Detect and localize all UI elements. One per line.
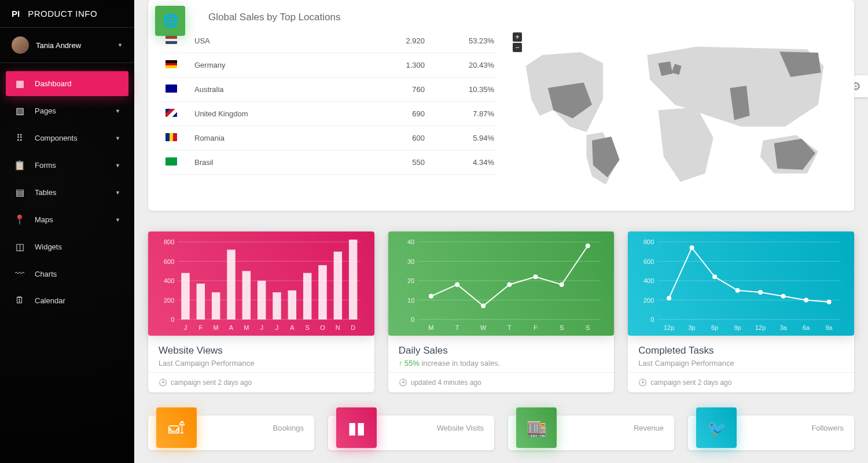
svg-text:600: 600 — [643, 258, 654, 265]
value-cell: 690 — [359, 102, 428, 126]
svg-rect-27 — [258, 281, 266, 319]
svg-point-53 — [481, 304, 486, 308]
zoom-out-button[interactable]: − — [513, 43, 522, 52]
svg-text:200: 200 — [164, 297, 174, 304]
stat-badge: ▮▮ — [336, 407, 377, 448]
chart-subtitle: ↑ 55% increase in today sales. — [399, 359, 604, 368]
stat-card-followers: 🐦 Followers — [688, 416, 854, 450]
table-row: Australia 760 10.35% — [162, 78, 498, 102]
brand-title: PRODUCT INFO — [28, 9, 97, 19]
sidebar-item-label: Forms — [35, 161, 115, 170]
svg-rect-23 — [197, 284, 205, 319]
chart-title: Website Views — [159, 345, 364, 357]
stat-card-website-visits: ▮▮ Website Visits — [328, 416, 494, 450]
couch-icon: 🛋 — [168, 418, 185, 438]
stat-badge: 🐦 — [696, 407, 737, 448]
sidebar-item-maps[interactable]: 📍 Maps ▼ — [6, 207, 128, 232]
brand[interactable]: PI PRODUCT INFO — [0, 0, 134, 28]
svg-text:O: O — [320, 324, 325, 331]
country-cell: United Kingdom — [191, 102, 359, 126]
svg-text:A: A — [290, 324, 295, 331]
table-row: USA 2.920 53.23% — [162, 29, 498, 53]
map-zoom-controls: + − — [513, 32, 522, 53]
avatar — [12, 36, 29, 54]
chart-footer-text: campaign sent 2 days ago — [650, 379, 731, 387]
pct-cell: 20.43% — [428, 53, 498, 78]
sidebar-item-label: Calendar — [35, 296, 120, 305]
svg-text:J: J — [260, 324, 263, 331]
svg-rect-28 — [273, 292, 281, 319]
value-cell: 2.920 — [359, 29, 428, 53]
country-cell: Brasil — [191, 150, 359, 175]
zoom-in-button[interactable]: + — [513, 32, 522, 42]
svg-rect-24 — [212, 292, 220, 319]
svg-text:F: F — [534, 324, 538, 331]
value-cell: 600 — [359, 126, 428, 150]
svg-text:9a: 9a — [826, 324, 833, 331]
table-row: United Kingdom 690 7.87% — [162, 102, 498, 126]
svg-text:12p: 12p — [664, 324, 674, 331]
chart-footer: 🕒 updated 4 minutes ago — [388, 372, 615, 392]
sidebar-item-label: Tables — [35, 188, 115, 197]
svg-text:0: 0 — [411, 316, 414, 323]
sidebar-item-pages[interactable]: ▧ Pages ▼ — [6, 98, 128, 123]
svg-text:400: 400 — [643, 277, 654, 284]
sidebar-item-forms[interactable]: 📋 Forms ▼ — [6, 153, 128, 178]
world-map[interactable]: + − — [509, 29, 840, 197]
svg-rect-33 — [349, 240, 357, 319]
svg-text:N: N — [336, 324, 340, 331]
svg-text:400: 400 — [164, 277, 174, 284]
pct-cell: 10.35% — [428, 78, 498, 102]
svg-text:A: A — [229, 324, 234, 331]
svg-text:M: M — [244, 324, 249, 331]
sidebar-nav: ▦ Dashboard ▧ Pages ▼⠿ Components ▼📋 For… — [0, 63, 134, 321]
sidebar: PI PRODUCT INFO Tania Andrew ▼ ▦ Dashboa… — [0, 0, 134, 463]
svg-point-82 — [804, 298, 808, 303]
widgets-icon: ◫ — [14, 241, 25, 252]
sidebar-item-tables[interactable]: ▤ Tables ▼ — [6, 180, 128, 205]
svg-point-79 — [735, 288, 740, 293]
svg-rect-29 — [288, 291, 296, 319]
chart-footer-text: campaign sent 2 days ago — [171, 379, 252, 387]
sidebar-item-calendar[interactable]: 🗓 Calendar — [6, 288, 128, 313]
user-name: Tania Andrew — [36, 41, 117, 50]
svg-text:600: 600 — [164, 258, 174, 265]
flag-cell — [162, 126, 191, 150]
sidebar-item-components[interactable]: ⠿ Components ▼ — [6, 126, 128, 150]
svg-point-83 — [827, 300, 832, 304]
value-cell: 760 — [359, 78, 428, 102]
bars-icon: ▮▮ — [348, 418, 365, 438]
svg-rect-25 — [227, 249, 235, 319]
flag-cell — [162, 150, 191, 175]
svg-text:10: 10 — [407, 297, 414, 304]
flag-cell — [162, 102, 191, 126]
svg-text:M: M — [428, 324, 433, 331]
svg-text:6a: 6a — [803, 324, 810, 331]
chart-row: 0200400600800JFMAMJJASOND Website Views … — [148, 232, 854, 392]
svg-rect-26 — [242, 271, 251, 319]
table-row: Romania 600 5.94% — [162, 126, 498, 150]
user-menu[interactable]: Tania Andrew ▼ — [0, 28, 134, 63]
world-map-svg — [509, 29, 840, 197]
pct-cell: 5.94% — [428, 126, 498, 150]
svg-rect-30 — [303, 273, 311, 319]
country-cell: Australia — [191, 78, 359, 102]
svg-point-76 — [667, 296, 671, 300]
svg-text:S: S — [586, 324, 590, 331]
sidebar-item-charts[interactable]: 〰 Charts — [6, 262, 128, 286]
chevron-down-icon: ▼ — [115, 135, 120, 141]
svg-rect-32 — [334, 252, 342, 319]
chart-title: Completed Tasks — [638, 345, 844, 357]
chart-footer: 🕒 campaign sent 2 days ago — [148, 372, 374, 392]
svg-text:6p: 6p — [711, 324, 718, 331]
chart-footer-text: updated 4 minutes ago — [411, 379, 481, 387]
global-sales-title: Global Sales by Top Locations — [162, 0, 840, 29]
svg-text:40: 40 — [407, 240, 414, 245]
value-cell: 1.300 — [359, 53, 428, 78]
brand-logo: PI — [12, 9, 20, 19]
stat-row: 🛋 Bookings ▮▮ Website Visits 🏬 Revenue 🐦… — [148, 416, 854, 450]
svg-text:W: W — [480, 324, 487, 331]
sidebar-item-dashboard[interactable]: ▦ Dashboard — [6, 71, 128, 96]
sidebar-item-widgets[interactable]: ◫ Widgets — [6, 234, 128, 259]
svg-text:T: T — [455, 324, 459, 331]
